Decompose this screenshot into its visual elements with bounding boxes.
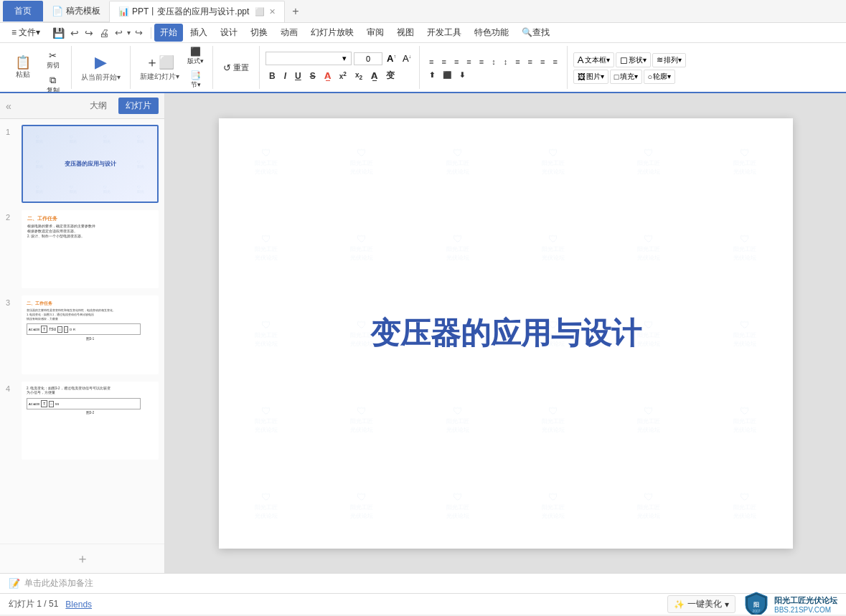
toolbar-save-icon[interactable]: 💾 (50, 26, 67, 40)
list-button[interactable]: ≡ (512, 56, 523, 67)
menu-transition[interactable]: 切换 (245, 24, 273, 42)
align-justify-button[interactable]: ≡ (463, 56, 474, 67)
tab-ppt-close[interactable]: ✕ (269, 7, 276, 16)
reset-label: 重置 (233, 62, 249, 73)
slide-thumb-4[interactable]: 2. 电流变化：如图3-2，通过电流变动信号可以比较变 为小信号，方便量 AC⊗… (22, 382, 159, 460)
subscript-button[interactable]: x2 (352, 70, 366, 82)
toolbar-redo-icon[interactable]: ↪ (83, 26, 95, 40)
align-center-button[interactable]: ≡ (438, 56, 449, 67)
tab-template[interactable]: 📄 稿壳模板 (43, 1, 109, 22)
slide-main-title[interactable]: 变压器的应用与设计 (370, 313, 641, 354)
toolbar-undo2-icon[interactable]: ↩ (113, 26, 125, 39)
watermark-shield-logo: 阳 2007 (743, 591, 770, 615)
cut-button[interactable]: ✂ 剪切 (40, 49, 65, 72)
change-case-button[interactable]: 变 (382, 68, 398, 83)
layout-button[interactable]: ⬛ 版式▾ (184, 45, 207, 67)
tab-ppt-restore[interactable]: ⬜ (255, 7, 265, 16)
toolbar-print-icon[interactable]: 🖨 (97, 26, 111, 40)
bold-button[interactable]: B (265, 70, 279, 82)
beautify-label: 一键美化 (687, 598, 722, 610)
font-name-selector[interactable]: ▾ (265, 52, 352, 65)
add-slide-button[interactable]: ＋ (0, 544, 164, 573)
slide-item-2[interactable]: 2 二、工作任务 根据电路的要求，确定变压器的主要参数并 根据参数选定合适应用变… (6, 210, 159, 288)
tab-slides[interactable]: 幻灯片 (118, 98, 159, 114)
beautify-button[interactable]: ✨ 一键美化 ▾ (667, 595, 735, 613)
clipboard-group: 📋 粘贴 ✂ 剪切 ⧉ 复制 🖌 格式刷 (6, 46, 72, 89)
reset-button[interactable]: ↺ 重置 (219, 60, 253, 75)
font-size-up[interactable]: A↑ (385, 52, 398, 65)
outdent-button[interactable]: ≡ (549, 56, 560, 67)
menu-start[interactable]: 开始 (154, 24, 183, 42)
valign-bot-button[interactable]: ⬇ (456, 70, 469, 80)
line-spacing-button[interactable]: ↕ (500, 56, 512, 67)
collapse-icon[interactable]: « (6, 100, 11, 112)
menu-devtools[interactable]: 开发工具 (421, 24, 467, 42)
slideshow-start-button[interactable]: ▶ 从当前开始▾ (77, 51, 124, 85)
arrange-label: 排列▾ (664, 55, 682, 65)
arrange-button[interactable]: ≋ 排列▾ (652, 53, 686, 67)
tab-ppt-label: PPT丨变压器的应用与设计.ppt (132, 6, 249, 18)
slide-thumb-2[interactable]: 二、工作任务 根据电路的要求，确定变压器的主要参数并 根据参数选定合适应用变压器… (22, 210, 159, 288)
svg-text:2007: 2007 (752, 609, 760, 613)
outline-button[interactable]: ○ 轮廓▾ (644, 70, 676, 84)
tab-ppt[interactable]: 📊 PPT丨变压器的应用与设计.ppt ⬜ ✕ (109, 1, 285, 22)
slide-thumb-1[interactable]: 🛡阳光 🛡阳光 🛡阳光 🛡阳光 🛡阳光 🛡阳光 🛡阳光 🛡阳光 🛡阳光 🛡阳光 (22, 125, 159, 203)
superscript-button[interactable]: x2 (336, 69, 350, 82)
paste-button[interactable]: 📋 粘贴 (7, 46, 39, 89)
ppt-icon: 📊 (118, 6, 129, 16)
note-placeholder: 单击此处添加备注 (24, 577, 93, 589)
text-color-button[interactable]: A̲ (321, 70, 334, 82)
sidebar-tab-bar: « 大纲 幻灯片 (0, 93, 164, 119)
underline-button[interactable]: U (291, 70, 305, 82)
list2-button[interactable]: ≡ (525, 56, 536, 67)
menu-find[interactable]: 🔍查找 (516, 24, 555, 42)
align-left-button[interactable]: ≡ (426, 56, 437, 67)
menu-view[interactable]: 视图 (391, 24, 420, 42)
menu-special[interactable]: 特色功能 (469, 24, 514, 42)
menu-animation[interactable]: 动画 (275, 24, 304, 42)
text-direction-button[interactable]: ↕ (488, 56, 499, 67)
toolbar-undo-icon[interactable]: ↩ (68, 26, 81, 40)
tab-outline[interactable]: 大纲 (83, 98, 114, 114)
beautify-icon: ✨ (674, 600, 685, 610)
text-box-button[interactable]: A 文本框▾ (573, 52, 614, 67)
theme-name[interactable]: Blends (65, 600, 92, 610)
slide-item-1[interactable]: 1 🛡阳光 🛡阳光 🛡阳光 🛡阳光 🛡阳光 🛡阳光 (6, 125, 159, 203)
copy-button[interactable]: ⧉ 复制 (40, 73, 65, 93)
picture-icon: 🖼 (578, 72, 586, 81)
fill-button[interactable]: □ 填充▾ (610, 70, 642, 84)
strikethrough-button[interactable]: S (306, 70, 319, 82)
shapes-button[interactable]: ◻ 形状▾ (616, 52, 651, 67)
italic-button[interactable]: I (281, 70, 290, 82)
cut-icon: ✂ (49, 50, 57, 61)
menu-design[interactable]: 设计 (215, 24, 243, 42)
column-button[interactable]: ≡ (476, 56, 487, 67)
slide-thumb-3[interactable]: 二、工作任务 变压器的主要特性是变变特性和相互变化特性，电流变动的相互变化。 1… (22, 295, 159, 374)
valign-mid-button[interactable]: ⬛ (439, 70, 455, 80)
slide-canvas[interactable]: 🛡阳光工匠光伏论坛 🛡阳光工匠光伏论坛 🛡阳光工匠光伏论坛 🛡阳光工匠光伏论坛 … (219, 118, 793, 549)
tab-add[interactable]: + (285, 1, 306, 22)
text-shadow-button[interactable]: A̲ (367, 70, 381, 82)
font-size-down[interactable]: A↓ (400, 52, 413, 65)
toolbar-dropdown-icon[interactable]: ▾ (126, 27, 131, 38)
picture-button[interactable]: 🖼 图片▾ (573, 70, 608, 84)
layout-label: 版式▾ (187, 57, 204, 66)
slide-item-4[interactable]: 4 2. 电流变化：如图3-2，通过电流变动信号可以比较变 为小信号，方便量 A… (6, 382, 159, 460)
menu-review[interactable]: 审阅 (361, 24, 390, 42)
status-right: ✨ 一键美化 ▾ 阳 2007 阳光工匠光伏论坛 BBS.21SPV.COM (667, 591, 837, 615)
align-right-button[interactable]: ≡ (451, 56, 462, 67)
font-size-input[interactable] (354, 52, 382, 65)
tab-home[interactable]: 首页 (3, 1, 43, 22)
slide3-text: 变压器的主要特性是变变特性和相互变化特性，电流变动的相互变化。 1. 电流变化：… (27, 308, 154, 321)
slide2-heading: 二、工作任务 (27, 216, 153, 222)
indent-button[interactable]: ≡ (537, 56, 548, 67)
menu-slideshow[interactable]: 幻灯片放映 (305, 24, 359, 42)
section-label: 节▾ (191, 80, 201, 90)
slide-item-3[interactable]: 3 二、工作任务 变压器的主要特性是变变特性和相互变化特性，电流变动的相互变化。… (6, 295, 159, 374)
menu-insert[interactable]: 插入 (184, 24, 213, 42)
menu-file[interactable]: ≡ 文件▾ (6, 24, 46, 42)
new-slide-button[interactable]: ＋⬜ 新建幻灯片▾ (136, 52, 183, 84)
section-button[interactable]: 📑 节▾ (184, 69, 207, 91)
valign-top-button[interactable]: ⬆ (426, 70, 438, 80)
toolbar-redo2-icon[interactable]: ↪ (133, 26, 145, 39)
